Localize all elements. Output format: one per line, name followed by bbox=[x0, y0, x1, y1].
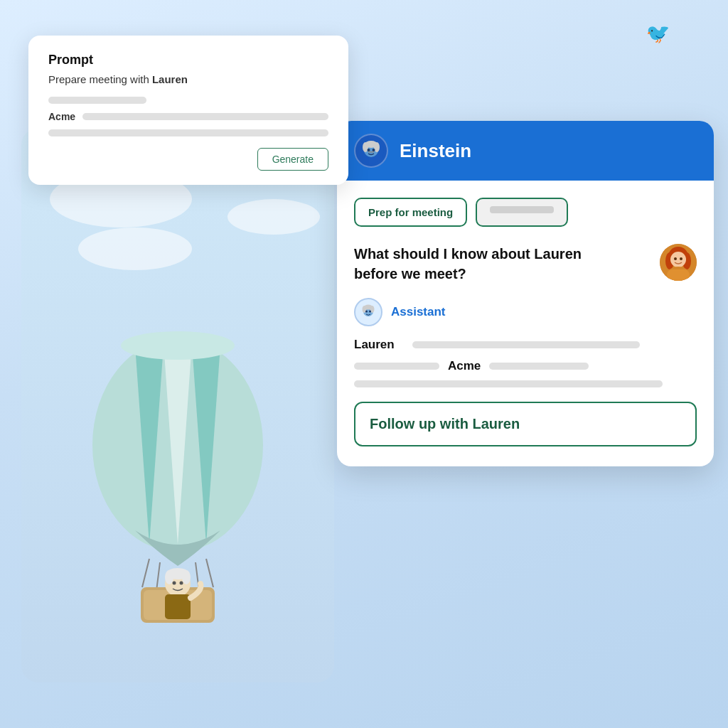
cloud-2 bbox=[228, 199, 320, 235]
generate-button[interactable]: Generate bbox=[257, 148, 328, 171]
followup-button[interactable]: Follow up with Lauren bbox=[354, 402, 697, 446]
question-row: What should I know about Lauren before w… bbox=[354, 244, 697, 284]
svg-point-28 bbox=[680, 257, 682, 260]
svg-line-3 bbox=[206, 559, 213, 587]
prompt-bar-3 bbox=[48, 129, 328, 136]
chip-placeholder bbox=[490, 206, 554, 213]
einstein-card: Einstein Prep for meeting What should I … bbox=[337, 121, 714, 466]
svg-point-27 bbox=[674, 257, 677, 260]
prompt-bar-row: Acme bbox=[48, 111, 328, 122]
assistant-row: Assistant bbox=[354, 298, 697, 326]
svg-point-10 bbox=[165, 570, 173, 584]
extra-info-row bbox=[354, 380, 697, 387]
einstein-avatar-icon bbox=[354, 134, 388, 168]
svg-rect-30 bbox=[667, 269, 690, 281]
svg-line-4 bbox=[156, 562, 160, 591]
acme-bar-right bbox=[489, 363, 589, 370]
lauren-info-row: Lauren bbox=[354, 338, 697, 352]
cloud-3 bbox=[78, 228, 192, 270]
prompt-company-label: Acme bbox=[48, 111, 75, 122]
assistant-label: Assistant bbox=[391, 305, 446, 319]
prompt-generate-row: Generate bbox=[48, 148, 328, 171]
question-text: What should I know about Lauren before w… bbox=[354, 244, 596, 284]
balloon-panel bbox=[21, 128, 334, 682]
prompt-bar-1 bbox=[48, 97, 146, 104]
prompt-title: Prompt bbox=[48, 53, 328, 68]
svg-point-12 bbox=[173, 582, 176, 585]
svg-point-36 bbox=[365, 311, 368, 313]
prompt-subtitle-text: Prepare meeting with bbox=[48, 73, 152, 85]
svg-line-2 bbox=[142, 559, 149, 587]
assistant-avatar-icon bbox=[354, 298, 382, 326]
prompt-bar-2 bbox=[82, 113, 328, 120]
acme-bar-left bbox=[354, 363, 439, 370]
einstein-name: Einstein bbox=[400, 140, 471, 162]
acme-info-row: Acme bbox=[354, 359, 697, 373]
einstein-body: Prep for meeting What should I know abou… bbox=[337, 181, 714, 466]
svg-point-21 bbox=[373, 149, 375, 151]
chip-prep-for-meeting[interactable]: Prep for meeting bbox=[354, 198, 467, 227]
prompt-lauren-name: Lauren bbox=[152, 73, 188, 85]
lauren-name-label: Lauren bbox=[354, 338, 404, 352]
hot-air-balloon bbox=[78, 324, 277, 626]
svg-point-11 bbox=[182, 570, 191, 584]
chips-row: Prep for meeting bbox=[354, 198, 697, 227]
svg-rect-14 bbox=[165, 594, 191, 619]
extra-info-bar bbox=[354, 380, 663, 387]
chip-empty[interactable] bbox=[476, 198, 568, 227]
svg-point-1 bbox=[121, 331, 235, 360]
user-avatar-icon bbox=[660, 244, 697, 281]
svg-point-26 bbox=[670, 252, 686, 267]
prompt-card: Prompt Prepare meeting with Lauren Acme … bbox=[28, 36, 348, 185]
svg-point-13 bbox=[180, 582, 183, 585]
prompt-subtitle: Prepare meeting with Lauren bbox=[48, 73, 328, 85]
einstein-header: Einstein bbox=[337, 121, 714, 181]
acme-label: Acme bbox=[448, 359, 481, 373]
svg-point-20 bbox=[368, 149, 370, 151]
lauren-info-bar bbox=[412, 341, 640, 348]
svg-point-37 bbox=[369, 311, 371, 313]
